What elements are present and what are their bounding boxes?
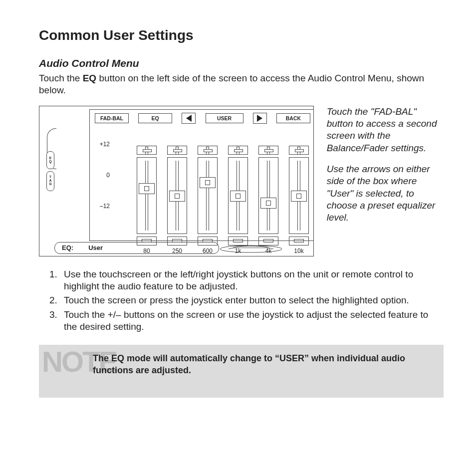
eq-plus-button[interactable]	[137, 146, 157, 155]
status-label: EQ:	[62, 244, 73, 251]
section-heading: Audio Control Menu	[39, 57, 444, 69]
slider-handle[interactable]	[291, 191, 307, 202]
slider-handle[interactable]	[169, 191, 185, 202]
plus-icon	[295, 147, 303, 154]
slider-handle[interactable]	[200, 177, 216, 188]
eq-slider[interactable]	[289, 157, 309, 234]
intro-paragraph: Touch the EQ button on the left side of …	[39, 72, 444, 97]
minus-icon	[294, 239, 304, 242]
side-tag-button[interactable]: TAG	[46, 171, 54, 191]
plus-icon	[264, 147, 272, 154]
caption-2: Use the arrows on either side of the box…	[327, 163, 444, 224]
eq-slider[interactable]	[167, 157, 187, 234]
eq-slider[interactable]	[137, 157, 157, 234]
slider-handle[interactable]	[230, 191, 246, 202]
arrow-left-icon	[186, 115, 192, 122]
y-axis-labels: +12 0 –12	[95, 141, 110, 210]
eq-band-80: 80	[136, 146, 158, 254]
back-button[interactable]: BACK	[276, 113, 310, 123]
eq-screen: FAD-BAL EQ USER BACK +12 0 –12 802506001…	[89, 109, 314, 241]
eq-plus-button[interactable]	[198, 146, 218, 155]
eq-slider[interactable]	[258, 157, 278, 234]
eq-slider[interactable]	[228, 157, 248, 234]
note-text: The EQ mode will automatically change to…	[93, 353, 435, 376]
note-box: NOTE The EQ mode will automatically chan…	[39, 345, 444, 398]
plus-icon	[173, 147, 181, 154]
eq-band-1k: 1k	[227, 146, 249, 254]
caption-1: Touch the "FAD-BAL" button to access a s…	[327, 106, 444, 154]
fad-bal-button[interactable]: FAD-BAL	[95, 113, 129, 123]
arrow-right-icon	[257, 115, 262, 122]
plus-icon	[204, 147, 212, 154]
eq-plus-button[interactable]	[258, 146, 278, 155]
preset-display[interactable]: USER	[206, 113, 243, 123]
eq-button[interactable]: EQ	[138, 113, 172, 123]
y-label-mid: 0	[95, 172, 110, 179]
eq-sliders: 802506001k4k10k16k	[136, 146, 314, 254]
status-value: User	[88, 244, 103, 251]
intro-text: Touch the	[39, 73, 83, 83]
eq-plus-button[interactable]	[289, 146, 309, 155]
side-eq-button[interactable]: EQ	[46, 151, 54, 169]
freq-label: 10k	[294, 247, 303, 254]
plus-icon	[143, 147, 151, 154]
status-bar: EQ: User	[54, 242, 219, 254]
slider-handle[interactable]	[260, 198, 276, 209]
step-1: Use the touchscreen or the left/right jo…	[60, 268, 444, 293]
page-title: Common User Settings	[39, 27, 444, 43]
intro-text-2: button on the left side of the screen to…	[39, 73, 424, 95]
eq-minus-button[interactable]	[289, 237, 309, 245]
eq-slider[interactable]	[198, 157, 218, 234]
y-label-lo: –12	[95, 203, 110, 210]
eq-plus-button[interactable]	[228, 146, 248, 155]
eq-band-250: 250	[166, 146, 188, 254]
eq-band-4k: 4k	[257, 146, 279, 254]
y-label-hi: +12	[95, 141, 110, 148]
eq-plus-button[interactable]	[167, 146, 187, 155]
slider-handle[interactable]	[139, 183, 155, 194]
plus-icon	[234, 147, 242, 154]
step-3: Touch the +/– buttons on the screen or u…	[60, 309, 444, 333]
step-2: Touch the screen or press the joystick e…	[60, 294, 444, 306]
figure-captions: Touch the "FAD-BAL" button to access a s…	[327, 106, 444, 233]
intro-bold: EQ	[83, 73, 96, 83]
eq-band-10k: 10k	[288, 146, 310, 254]
pedestal-decoration	[219, 241, 283, 253]
eq-band-600: 600	[197, 146, 219, 254]
device-mockup: EQ TAG FAD-BAL EQ USER BACK +12 0 –12	[39, 106, 314, 256]
preset-next-button[interactable]	[253, 113, 267, 124]
instruction-list: Use the touchscreen or the left/right jo…	[39, 268, 444, 333]
preset-prev-button[interactable]	[182, 113, 196, 124]
